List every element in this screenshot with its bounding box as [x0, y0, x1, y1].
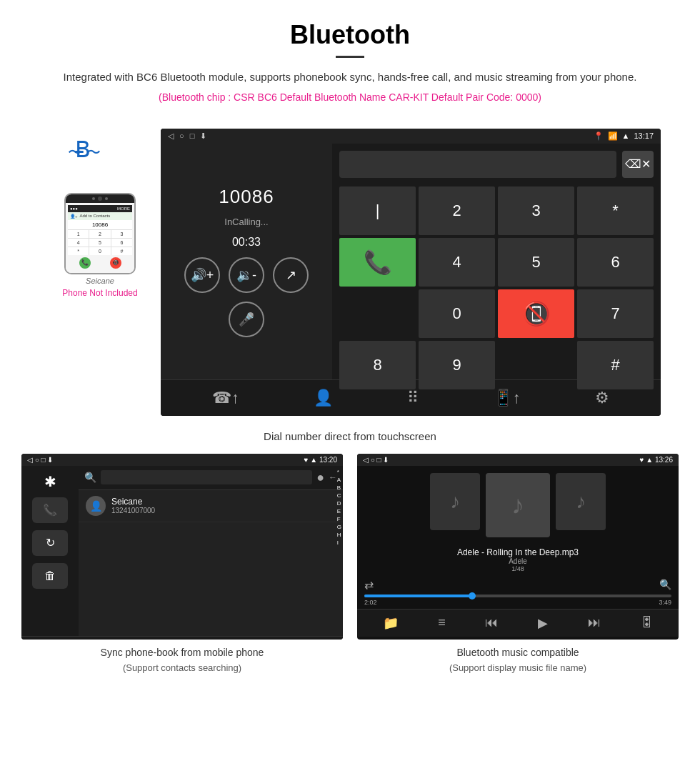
pb-search-dot: ● — [316, 470, 324, 485]
album-art-right: ♪ — [556, 473, 606, 530]
music-note-left: ♪ — [450, 490, 460, 513]
music-screen: ◁ ○ □ ⬇ ♥ ▲ 13:26 ♪ ♪ ♪ Adele - Rolli — [357, 454, 679, 640]
phone-dot-2 — [105, 197, 108, 200]
car-head-unit-screen: ◁ ○ □ ⬇ 📍 📶 ▲ 13:17 10086 InCalling... 0… — [161, 129, 661, 416]
dialpad-key-3[interactable]: 3 — [498, 186, 574, 235]
alpha-C[interactable]: C — [337, 492, 341, 499]
music-caption: Bluetooth music compatible (Support disp… — [357, 640, 679, 678]
phone-call-button[interactable]: 📞 — [79, 257, 91, 269]
dialpad-call-button[interactable]: 📞 — [339, 238, 416, 287]
phonebook-status-bar: ◁ ○ □ ⬇ ♥ ▲ 13:20 — [21, 454, 343, 466]
phone-key-4[interactable]: 4 — [68, 239, 89, 247]
shuffle-icon[interactable]: ⇄ — [364, 578, 374, 592]
music-note-right: ♪ — [576, 490, 586, 513]
music-layout: ♪ ♪ ♪ Adele - Rolling In the Deep.mp3 Ad… — [357, 466, 679, 636]
phone-bottom-btns: 📞 📵 — [68, 255, 132, 271]
alpha-F[interactable]: F — [337, 516, 341, 522]
music-controls-row: ⇄ 🔍 — [357, 575, 679, 595]
music-caption-sub: (Support display music file name) — [449, 662, 586, 673]
dialpad-key-hash[interactable]: # — [577, 341, 654, 389]
progress-bar[interactable] — [364, 595, 671, 597]
phone-sidebar-btn[interactable]: 📞 — [32, 497, 68, 523]
music-status-right: ♥ ▲ 13:26 — [640, 456, 673, 464]
pb-search-input[interactable] — [101, 470, 312, 484]
phone-key-2[interactable]: 2 — [89, 230, 110, 238]
dialpad-key-8[interactable]: 8 — [339, 341, 416, 389]
alpha-A[interactable]: A — [337, 477, 341, 483]
phone-add-contact-bar: 👤+ Add to Contacts — [68, 212, 132, 220]
phone-key-star[interactable]: * — [68, 247, 89, 255]
mute-button[interactable]: 🎤 — [229, 302, 264, 337]
phone-key-0[interactable]: 0 — [89, 247, 110, 255]
music-info: Adele - Rolling In the Deep.mp3 Adele 1/… — [357, 544, 679, 575]
phone-dialer-number: 10086 — [68, 220, 132, 230]
volume-up-button[interactable]: 🔊+ — [184, 257, 220, 293]
music-track-title: Adele - Rolling In the Deep.mp3 — [364, 547, 671, 557]
progress-bar-fill — [364, 595, 472, 597]
phone-key-1[interactable]: 1 — [68, 230, 89, 238]
music-nav-folder[interactable]: 📁 — [383, 615, 399, 631]
alpha-G[interactable]: G — [337, 524, 341, 530]
dialpad-end-button[interactable]: 📵 — [498, 289, 574, 338]
pb-search-icon: 🔍 — [84, 472, 96, 483]
dialpad-key-7[interactable]: 7 — [577, 289, 654, 338]
pb-search-row: 🔍 ● ← — [79, 466, 343, 490]
dialpad-delete-button[interactable]: ⌫✕ — [622, 151, 654, 178]
phone-status-left: ●●● — [70, 207, 78, 211]
dialpad-key-star[interactable]: * — [577, 186, 654, 235]
main-demo-area: 〜 Ƀ 〜 ●●● MORE 👤+ Add to Contacts 10086 — [0, 129, 700, 423]
settings-nav-icon: ⚙ — [595, 389, 609, 407]
phone-end-button[interactable]: 📵 — [110, 257, 121, 269]
phone-key-5[interactable]: 5 — [89, 239, 110, 247]
dialpad-key-1[interactable]: | — [339, 186, 416, 235]
bluetooth-specs: (Bluetooth chip : CSR BC6 Default Blueto… — [29, 91, 671, 103]
dialpad-key-5[interactable]: 5 — [498, 238, 574, 287]
music-nav-playlist[interactable]: ≡ — [438, 615, 446, 631]
phone-key-3[interactable]: 3 — [111, 230, 132, 238]
nav-settings[interactable]: ⚙ — [595, 389, 609, 407]
nav-call-transfer[interactable]: ☎↑ — [212, 389, 239, 407]
music-nav-play[interactable]: ▶ — [538, 615, 548, 631]
alpha-H[interactable]: H — [337, 532, 341, 538]
delete-sidebar-btn[interactable]: 🗑 — [32, 563, 68, 589]
contact-avatar-icon: 👤 — [86, 496, 106, 516]
alpha-D[interactable]: D — [337, 500, 341, 507]
page-header: Bluetooth Integrated with BC6 Bluetooth … — [0, 0, 700, 129]
car-dialpad: ⌫✕ | 2 3 * 📞 4 5 6 0 — [332, 144, 661, 379]
nav-phonebook[interactable]: 📱↑ — [494, 389, 521, 407]
back-nav-icon: ◁ — [168, 131, 174, 141]
transfer-button[interactable]: ↗ — [273, 257, 309, 293]
refresh-icon: ↻ — [46, 536, 55, 549]
refresh-sidebar-btn[interactable]: ↻ — [32, 530, 68, 556]
phone-dot-1 — [92, 197, 95, 200]
call-number: 10086 — [219, 186, 274, 208]
nav-dialpad[interactable]: ⠿ — [407, 389, 419, 407]
bluetooth-signal: 〜 Ƀ 〜 — [75, 136, 91, 163]
volume-down-button[interactable]: 🔉- — [229, 257, 264, 293]
music-albums: ♪ ♪ ♪ — [357, 466, 679, 544]
page-title: Bluetooth — [29, 20, 671, 50]
music-nav-prev[interactable]: ⏮ — [485, 615, 498, 631]
dialpad-input-box[interactable] — [339, 151, 616, 178]
call-timer: 00:33 — [232, 236, 261, 249]
dialpad-key-6[interactable]: 6 — [577, 238, 654, 287]
music-nav-equalizer[interactable]: 🎛 — [640, 615, 653, 631]
alpha-B[interactable]: B — [337, 484, 341, 491]
alpha-E[interactable]: E — [337, 508, 341, 514]
pb-status-left: ◁ ○ □ ⬇ — [27, 456, 53, 464]
dialpad-key-9[interactable]: 9 — [419, 341, 495, 389]
phone-key-6[interactable]: 6 — [111, 239, 132, 247]
call-transfer-icon: ☎↑ — [212, 389, 239, 407]
alpha-star[interactable]: * — [337, 469, 341, 475]
pb-contact-row[interactable]: 👤 Seicane 13241007000 — [79, 490, 343, 522]
nav-contacts[interactable]: 👤 — [314, 389, 333, 407]
phone-key-hash[interactable]: # — [111, 247, 132, 255]
dialpad-key-0[interactable]: 0 — [419, 289, 495, 338]
pb-status-right: ♥ ▲ 13:20 — [304, 456, 337, 464]
car-status-bar: ◁ ○ □ ⬇ 📍 📶 ▲ 13:17 — [161, 129, 661, 144]
music-search-icon[interactable]: 🔍 — [659, 579, 671, 590]
alpha-I[interactable]: I — [337, 539, 341, 546]
dialpad-key-4[interactable]: 4 — [419, 238, 495, 287]
dialpad-key-2[interactable]: 2 — [419, 186, 495, 235]
music-nav-next[interactable]: ⏭ — [588, 615, 601, 631]
